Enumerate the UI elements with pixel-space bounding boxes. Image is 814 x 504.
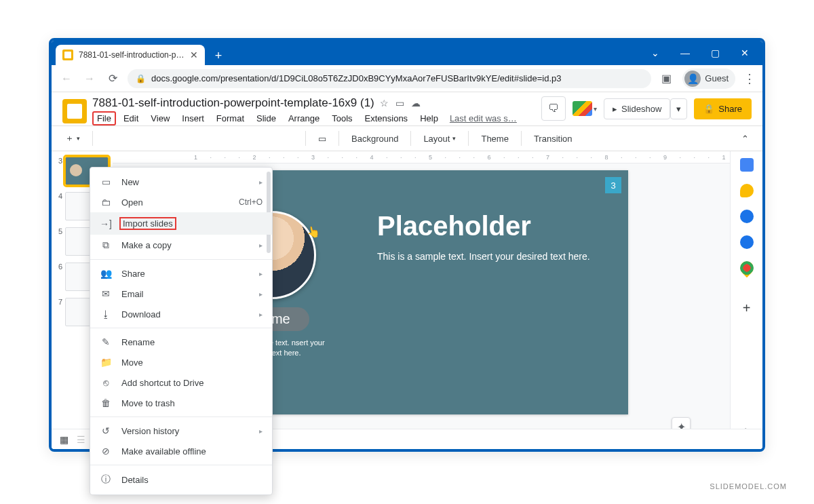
- file-menu-share[interactable]: 👥 Share ▸: [90, 263, 272, 284]
- new-icon: ▭: [100, 176, 112, 187]
- import-icon: →]: [100, 218, 112, 229]
- share-button[interactable]: 🔒 Share: [694, 98, 752, 119]
- email-icon: ✉: [100, 288, 112, 299]
- new-slide-button[interactable]: ＋▾: [60, 129, 85, 148]
- calendar-icon[interactable]: [740, 158, 754, 172]
- thumb-number: 4: [56, 192, 62, 200]
- play-icon: ▸: [613, 104, 617, 114]
- file-menu-make-copy[interactable]: ⧉ Make a copy ▸: [90, 235, 272, 256]
- star-icon[interactable]: ☆: [380, 98, 389, 109]
- horizontal-ruler: 1 · · · 2 · · · 3 · · · 4 · · · 5 · · · …: [113, 151, 730, 163]
- maximize-button[interactable]: ▢: [701, 43, 729, 63]
- file-menu-download[interactable]: ⭳ Download ▸: [90, 304, 272, 324]
- browser-menu-icon[interactable]: ⋮: [743, 71, 756, 86]
- document-title[interactable]: 7881-01-self-introduction-powerpoint-tem…: [92, 96, 374, 110]
- menu-bar: File Edit View Insert Format Slide Arran…: [92, 111, 536, 125]
- watermark-text: SLIDEMODEL.COM: [710, 482, 787, 490]
- browser-tab[interactable]: 7881-01-self-introduction-powe ✕: [56, 45, 205, 65]
- slideshow-button[interactable]: ▸ Slideshow: [604, 98, 670, 119]
- reload-button[interactable]: ⟳: [104, 71, 121, 87]
- comment-history-icon[interactable]: 🗨: [541, 96, 566, 121]
- transition-button[interactable]: Transition: [528, 130, 578, 147]
- folder-icon: 🗀: [100, 197, 112, 208]
- submenu-arrow-icon: ▸: [259, 311, 263, 318]
- profile-chip[interactable]: 👤 Guest: [682, 69, 735, 89]
- layout-button[interactable]: Layout▾: [418, 130, 461, 147]
- file-menu-version-history[interactable]: ↺ Version history ▸: [90, 421, 272, 441]
- menu-insert[interactable]: Insert: [177, 111, 209, 125]
- menu-tools[interactable]: Tools: [327, 111, 357, 125]
- file-menu-details[interactable]: ⓘ Details: [90, 469, 272, 490]
- background-button[interactable]: Background: [346, 130, 404, 147]
- move-folder-icon[interactable]: ▭: [395, 98, 404, 109]
- submenu-arrow-icon: ▸: [259, 290, 263, 298]
- lock-icon: 🔒: [136, 74, 146, 83]
- meet-icon[interactable]: ▾: [573, 96, 597, 121]
- cloud-status-icon[interactable]: ☁: [411, 98, 421, 109]
- thumb-number: 7: [56, 298, 62, 306]
- file-menu-add-shortcut[interactable]: ⎋ Add shortcut to Drive: [90, 372, 272, 393]
- file-menu-dropdown: ▭ New ▸ 🗀 Open Ctrl+O →] Import slides ⧉…: [90, 167, 273, 495]
- slideshow-label: Slideshow: [621, 104, 661, 114]
- thumb-number: 3: [56, 157, 62, 165]
- info-icon: ⓘ: [100, 473, 112, 486]
- submenu-arrow-icon: ▸: [259, 427, 263, 435]
- placeholder-subtitle[interactable]: This is a sample text. Insert your desir…: [377, 251, 608, 262]
- placeholder-title[interactable]: Placeholder: [377, 211, 608, 241]
- slide-right-panel: Placeholder This is a sample text. Inser…: [350, 170, 628, 414]
- menu-extensions[interactable]: Extensions: [360, 111, 413, 125]
- tab-strip: 7881-01-self-introduction-powe ✕ +: [56, 41, 228, 65]
- contacts-icon[interactable]: [740, 235, 754, 249]
- move-icon: 📁: [100, 357, 112, 368]
- menu-help[interactable]: Help: [415, 111, 443, 125]
- url-field[interactable]: 🔒 docs.google.com/presentation/d/1D9CiL0…: [128, 69, 651, 88]
- trash-icon: 🗑: [100, 398, 112, 408]
- menu-slide[interactable]: Slide: [252, 111, 281, 125]
- menu-arrange[interactable]: Arrange: [284, 111, 324, 125]
- address-bar: ← → ⟳ 🔒 docs.google.com/presentation/d/1…: [52, 65, 762, 92]
- close-window-button[interactable]: ✕: [731, 43, 758, 63]
- lock-icon: 🔒: [703, 104, 714, 114]
- offline-icon: ⊘: [100, 446, 112, 457]
- menu-format[interactable]: Format: [212, 111, 249, 125]
- rename-icon: ✎: [100, 336, 112, 347]
- copy-icon: ⧉: [100, 239, 112, 251]
- file-menu-email[interactable]: ✉ Email ▸: [90, 284, 272, 304]
- share-icon: 👥: [100, 268, 112, 279]
- new-tab-button[interactable]: +: [209, 46, 228, 65]
- file-menu-move-to-trash[interactable]: 🗑 Move to trash: [90, 393, 272, 413]
- collapse-toolbar-icon[interactable]: ⌃: [736, 130, 754, 147]
- file-menu-new[interactable]: ▭ New ▸: [90, 172, 272, 192]
- menu-edit[interactable]: Edit: [119, 111, 143, 125]
- tasks-icon[interactable]: [740, 210, 754, 223]
- grid-view-icon[interactable]: ▦: [60, 434, 69, 445]
- slideshow-dropdown[interactable]: ▾: [670, 98, 687, 119]
- filmstrip-view-icon[interactable]: ☰: [77, 434, 85, 445]
- file-menu-import-slides[interactable]: →] Import slides: [90, 212, 272, 235]
- back-button[interactable]: ←: [58, 71, 75, 87]
- app-header: 7881-01-self-introduction-powerpoint-tem…: [52, 92, 762, 125]
- slides-logo-icon[interactable]: [62, 99, 87, 123]
- submenu-arrow-icon: ▸: [259, 178, 263, 186]
- keep-icon[interactable]: [740, 184, 754, 197]
- forward-button[interactable]: →: [81, 71, 98, 87]
- file-menu-open[interactable]: 🗀 Open Ctrl+O: [90, 192, 272, 212]
- minimize-button[interactable]: ―: [672, 43, 699, 63]
- fit-icon[interactable]: ▭: [313, 130, 332, 147]
- shortcut-text: Ctrl+O: [239, 197, 263, 207]
- file-menu-move[interactable]: 📁 Move: [90, 352, 272, 372]
- submenu-arrow-icon: ▸: [259, 241, 263, 249]
- add-addon-button[interactable]: +: [743, 301, 751, 316]
- maps-icon[interactable]: [737, 258, 756, 277]
- file-menu-rename[interactable]: ✎ Rename: [90, 332, 272, 352]
- thumb-number: 6: [56, 263, 62, 271]
- file-menu-available-offline[interactable]: ⊘ Make available offline: [90, 441, 272, 461]
- menu-view[interactable]: View: [146, 111, 174, 125]
- theme-button[interactable]: Theme: [476, 130, 513, 147]
- chevron-down-icon[interactable]: ⌄: [642, 43, 669, 63]
- tab-close-icon[interactable]: ✕: [190, 50, 198, 60]
- last-edit-link[interactable]: Last edit was s…: [450, 113, 517, 123]
- panel-icon[interactable]: ▣: [658, 71, 674, 87]
- thumb-number: 5: [56, 227, 62, 235]
- menu-file[interactable]: File: [92, 111, 116, 125]
